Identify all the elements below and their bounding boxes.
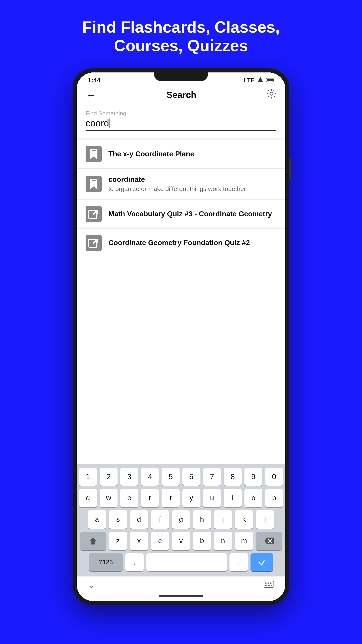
search-section: Find Something... coord [77,106,285,138]
key-0[interactable]: 0 [265,468,283,486]
result-icon-4 [86,235,102,251]
back-button[interactable]: ← [86,89,96,101]
key-q[interactable]: q [79,489,97,507]
key-7[interactable]: 7 [203,468,221,486]
results-list: The x-y Coordinate Plane coordinate to o… [77,140,285,464]
result-content-2: coordinate to organize or make different… [108,175,276,193]
keyboard-row-3: z x c v b n m [79,532,283,550]
key-1[interactable]: 1 [79,468,97,486]
result-icon-2 [86,176,102,192]
key-8[interactable]: 8 [224,468,242,486]
key-j[interactable]: j [214,510,232,528]
result-item-2[interactable]: coordinate to organize or make different… [77,168,285,200]
key-i[interactable]: i [224,489,242,507]
key-5[interactable]: 5 [162,468,180,486]
hide-keyboard-button[interactable]: ⌄ [88,580,94,590]
text-cursor [109,118,110,128]
svg-rect-14 [264,581,274,588]
result-item-1[interactable]: The x-y Coordinate Plane [77,140,285,168]
result-item-3[interactable]: Math Vocabulary Quiz #3 - Coordinate Geo… [77,200,285,228]
keyboard-row-numbers: 1 2 3 4 5 6 7 8 9 0 [79,468,283,486]
key-o[interactable]: o [245,489,263,507]
svg-rect-20 [271,585,272,586]
search-input[interactable]: coord [86,118,109,128]
keyboard-row-1: q w e r t y u i o p [79,489,283,507]
key-k[interactable]: k [235,510,253,528]
key-b[interactable]: b [193,532,211,550]
phone-notch [154,72,208,81]
key-g[interactable]: g [172,510,190,528]
symbols-key[interactable]: ?123 [89,553,123,571]
result-icon-1 [86,146,102,162]
network-label: LTE [244,77,255,84]
status-icons: LTE [244,76,274,84]
result-item-4[interactable]: Coordinate Geometry Foundation Quiz #2 [77,228,285,258]
svg-marker-11 [90,537,97,544]
nav-title: Search [166,90,196,100]
svg-rect-6 [92,180,96,181]
key-f[interactable]: f [151,510,169,528]
search-input-row[interactable]: coord [86,118,276,131]
key-comma[interactable]: , [125,553,144,571]
key-a[interactable]: a [88,510,106,528]
result-title-2: coordinate [108,175,276,184]
key-period[interactable]: . [230,553,248,571]
home-bar [159,595,203,596]
svg-rect-19 [268,585,270,586]
svg-rect-3 [267,79,273,82]
key-t[interactable]: t [162,489,180,507]
svg-rect-18 [265,585,267,586]
nav-bar: ← Search [77,86,285,106]
key-4[interactable]: 4 [141,468,159,486]
keyboard-row-2: a s d f g h j k l [79,510,283,528]
space-key[interactable] [146,553,227,571]
bottom-bar: ⌄ [77,576,285,592]
keyboard-row-bottom: ?123 , . [79,553,283,571]
settings-button[interactable] [267,89,276,101]
phone-frame: 1:44 LTE ← Search [73,68,289,605]
key-p[interactable]: p [265,489,283,507]
svg-rect-15 [265,582,267,584]
home-indicator [77,592,285,601]
svg-rect-16 [268,582,269,584]
key-d[interactable]: d [130,510,148,528]
key-9[interactable]: 9 [245,468,263,486]
key-r[interactable]: r [141,489,159,507]
key-v[interactable]: v [172,532,190,550]
page-title: Find Flashcards, Classes, Courses, Quizz… [60,18,302,55]
key-w[interactable]: w [100,489,118,507]
key-l[interactable]: l [256,510,274,528]
delete-key[interactable] [256,532,282,550]
result-title-3: Math Vocabulary Quiz #3 - Coordinate Geo… [108,209,276,219]
enter-key[interactable] [251,553,273,571]
svg-rect-5 [92,150,96,151]
svg-point-4 [270,92,273,95]
phone-screen: 1:44 LTE ← Search [77,72,285,601]
result-title-1: The x-y Coordinate Plane [108,149,276,159]
key-x[interactable]: x [130,532,148,550]
key-m[interactable]: m [235,532,253,550]
key-y[interactable]: y [182,489,200,507]
key-c[interactable]: c [151,532,169,550]
result-icon-3 [86,206,102,222]
keyboard: 1 2 3 4 5 6 7 8 9 0 q w e r t y u i [77,464,285,576]
battery-icon [266,77,274,84]
result-subtitle-2: to organize or make different things wor… [108,185,276,193]
shift-key[interactable] [80,532,106,550]
key-2[interactable]: 2 [100,468,118,486]
key-n[interactable]: n [214,532,232,550]
svg-rect-17 [270,582,272,584]
svg-rect-2 [273,79,274,81]
key-3[interactable]: 3 [120,468,138,486]
key-s[interactable]: s [109,510,127,528]
signal-icon [257,76,264,84]
key-e[interactable]: e [120,489,138,507]
key-h[interactable]: h [193,510,211,528]
status-time: 1:44 [88,77,100,84]
key-z[interactable]: z [109,532,127,550]
key-6[interactable]: 6 [182,468,200,486]
key-u[interactable]: u [203,489,221,507]
result-content-4: Coordinate Geometry Foundation Quiz #2 [108,238,276,248]
search-placeholder: Find Something... [86,110,276,117]
keyboard-icon [264,581,274,590]
